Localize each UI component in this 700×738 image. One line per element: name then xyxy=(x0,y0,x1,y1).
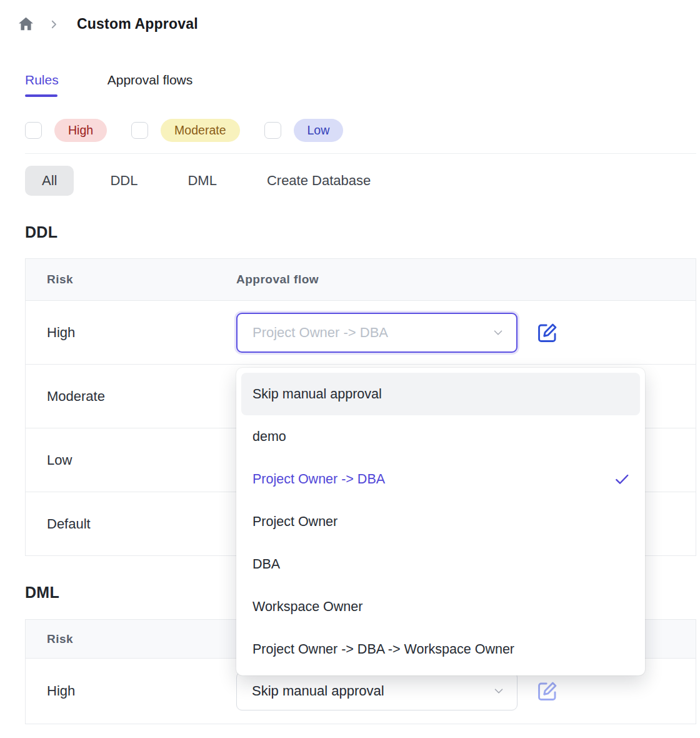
category-tab-create-database[interactable]: Create Database xyxy=(267,173,371,189)
dropdown-item-project-owner-dba-workspace-owner[interactable]: Project Owner -> DBA -> Workspace Owner xyxy=(241,628,640,670)
custom-approval-page: Custom Approval Rules Approval flows Hig… xyxy=(0,0,700,738)
ddl-table-header: Risk Approval flow xyxy=(26,259,696,301)
risk-label: Low xyxy=(47,452,236,468)
select-value: Skip manual approval xyxy=(252,683,492,699)
dropdown-item-skip-manual-approval[interactable]: Skip manual approval xyxy=(241,373,640,415)
tab-approval-flows[interactable]: Approval flows xyxy=(108,73,193,97)
select-value: Project Owner -> DBA xyxy=(252,325,491,341)
low-badge[interactable]: Low xyxy=(294,119,344,142)
risk-label: Moderate xyxy=(47,388,236,405)
risk-label: Default xyxy=(47,516,236,532)
edit-flow-button[interactable] xyxy=(536,320,561,345)
chevron-down-icon xyxy=(492,684,506,698)
edit-pencil-icon xyxy=(536,680,559,702)
risk-filter-low: Low xyxy=(264,119,344,142)
category-tab-dml[interactable]: DML xyxy=(188,173,216,189)
check-icon xyxy=(614,471,630,487)
dropdown-item-demo[interactable]: demo xyxy=(241,415,640,458)
approval-flow-dropdown: Skip manual approval demo Project Owner … xyxy=(236,368,645,675)
tab-rules[interactable]: Rules xyxy=(25,73,59,97)
risk-filter-moderate: Moderate xyxy=(131,119,239,142)
dropdown-item-project-owner-dba[interactable]: Project Owner -> DBA xyxy=(241,458,640,500)
column-header-approval-flow: Approval flow xyxy=(236,273,696,286)
approval-flow-cell: Skip manual approval xyxy=(236,672,696,710)
high-badge[interactable]: High xyxy=(54,119,107,142)
category-tab-ddl[interactable]: DDL xyxy=(110,173,138,189)
edit-flow-button[interactable] xyxy=(536,679,561,704)
dropdown-item-workspace-owner[interactable]: Workspace Owner xyxy=(241,585,640,628)
page-title: Custom Approval xyxy=(77,16,198,33)
edit-pencil-icon xyxy=(536,321,559,344)
category-filter-row: All DDL DML Create Database xyxy=(25,166,700,196)
ddl-high-flow-select[interactable]: Project Owner -> DBA xyxy=(236,313,518,353)
chevron-right-icon xyxy=(48,19,59,30)
chevron-down-icon xyxy=(491,326,505,340)
dropdown-item-label: Project Owner -> DBA xyxy=(252,472,385,487)
risk-filter-row: High Moderate Low xyxy=(25,119,700,142)
tab-bar: Rules Approval flows xyxy=(25,73,700,97)
ddl-section-title: DDL xyxy=(25,223,700,241)
column-header-risk: Risk xyxy=(47,632,236,646)
risk-filter-high: High xyxy=(25,119,107,142)
risk-label: High xyxy=(47,325,236,341)
approval-flow-cell: Project Owner -> DBA xyxy=(236,313,696,353)
moderate-checkbox[interactable] xyxy=(131,122,148,139)
home-icon[interactable] xyxy=(18,16,34,33)
dropdown-item-project-owner[interactable]: Project Owner xyxy=(241,500,640,543)
high-checkbox[interactable] xyxy=(25,122,42,139)
dml-high-flow-select[interactable]: Skip manual approval xyxy=(236,672,518,710)
table-row-high: High Project Owner -> DBA xyxy=(26,301,696,365)
column-header-risk: Risk xyxy=(47,273,236,286)
divider xyxy=(25,153,696,154)
category-tab-all[interactable]: All xyxy=(25,166,74,196)
risk-label: High xyxy=(47,683,236,699)
dropdown-item-dba[interactable]: DBA xyxy=(241,543,640,585)
low-checkbox[interactable] xyxy=(264,122,281,139)
breadcrumb: Custom Approval xyxy=(0,0,700,33)
moderate-badge[interactable]: Moderate xyxy=(161,119,239,142)
